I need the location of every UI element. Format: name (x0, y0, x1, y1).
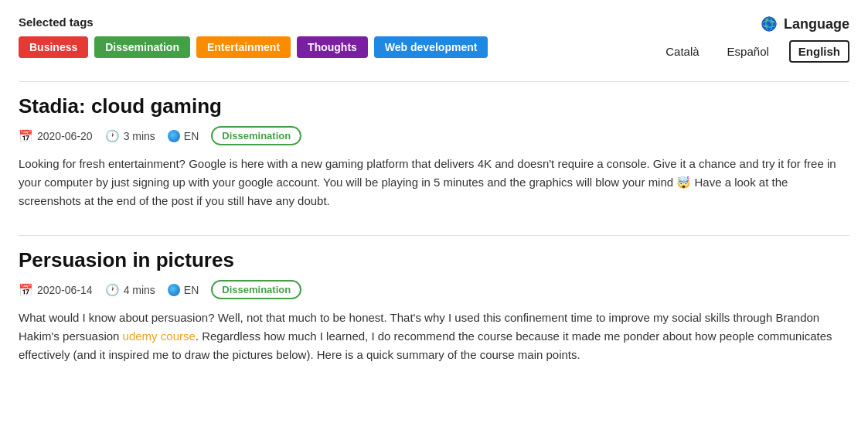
tag-thoughts[interactable]: Thoughts (297, 36, 368, 58)
post-readtime-persuasion: 🕐 4 mins (105, 283, 155, 297)
post-date-persuasion: 📅 2020-06-14 (19, 283, 93, 297)
globe-small-icon (168, 130, 180, 142)
tag-business[interactable]: Business (19, 36, 88, 58)
tag-entertainment[interactable]: Entertainment (196, 36, 291, 58)
post-tag-badge-persuasion[interactable]: Dissemination (211, 280, 301, 299)
divider-top (19, 81, 849, 82)
language-title: Language (784, 16, 849, 32)
tag-webdev[interactable]: Web development (374, 36, 488, 58)
post-tag-badge-stadia[interactable]: Dissemination (211, 126, 301, 145)
post-stadia: Stadia: cloud gaming 📅 2020-06-20 🕐 3 mi… (19, 94, 849, 210)
post-lang-persuasion: EN (168, 284, 199, 296)
post-title-persuasion[interactable]: Persuasion in pictures (19, 248, 849, 272)
svg-point-4 (765, 19, 769, 22)
globe-small-icon-2 (168, 284, 180, 296)
divider-mid (19, 235, 849, 236)
svg-point-6 (764, 25, 769, 28)
tag-dissemination[interactable]: Dissemination (94, 36, 190, 58)
globe-icon (761, 15, 778, 32)
udemy-link[interactable]: udemy course (123, 329, 196, 343)
post-meta-stadia: 📅 2020-06-20 🕐 3 mins EN Dissemination (19, 126, 849, 145)
calendar-icon-2: 📅 (19, 283, 33, 297)
language-options: Català Español English (658, 40, 849, 63)
tags-row: Business Dissemination Entertainment Tho… (19, 36, 488, 58)
selected-tags-section: Selected tags Business Dissemination Ent… (19, 15, 488, 58)
post-excerpt-persuasion: What would I know about persuasion? Well… (19, 309, 849, 364)
post-date-stadia: 📅 2020-06-20 (19, 129, 93, 143)
lang-espanol[interactable]: Español (720, 42, 777, 61)
post-persuasion: Persuasion in pictures 📅 2020-06-14 🕐 4 … (19, 248, 849, 364)
selected-tags-label: Selected tags (19, 15, 488, 29)
post-readtime-stadia: 🕐 3 mins (105, 129, 155, 143)
clock-icon: 🕐 (105, 129, 120, 143)
language-section: Language Català Español English (658, 15, 849, 63)
lang-english[interactable]: English (789, 40, 849, 63)
calendar-icon: 📅 (19, 129, 33, 143)
post-lang-stadia: EN (168, 130, 199, 142)
svg-point-5 (770, 20, 774, 23)
lang-catala[interactable]: Català (658, 42, 706, 61)
top-bar: Selected tags Business Dissemination Ent… (19, 15, 849, 63)
post-excerpt-stadia: Looking for fresh entertainment? Google … (19, 155, 849, 210)
clock-icon-2: 🕐 (105, 283, 120, 297)
post-meta-persuasion: 📅 2020-06-14 🕐 4 mins EN Dissemination (19, 280, 849, 299)
post-title-stadia[interactable]: Stadia: cloud gaming (19, 94, 849, 118)
language-header: Language (658, 15, 849, 32)
